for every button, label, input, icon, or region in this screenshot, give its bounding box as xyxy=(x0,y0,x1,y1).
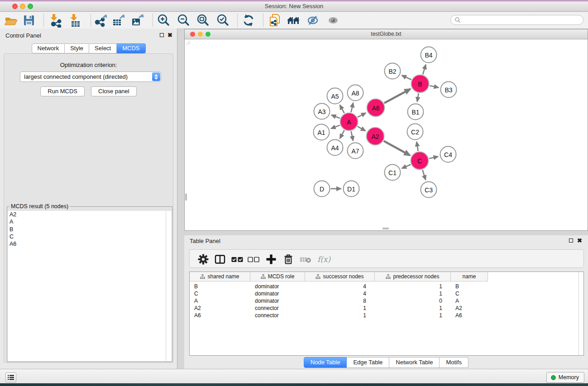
memory-button[interactable]: Memory xyxy=(546,372,584,383)
float-table-panel-icon[interactable] xyxy=(569,238,573,243)
graph-node-A4[interactable]: A4 xyxy=(327,139,344,156)
graph-node-B1[interactable]: B1 xyxy=(407,104,424,120)
graph-node-B2[interactable]: B2 xyxy=(384,63,401,80)
import-table-icon[interactable] xyxy=(68,13,82,28)
tab-motifs[interactable]: Motifs xyxy=(440,357,468,368)
function-builder-icon[interactable]: f(x) xyxy=(317,253,329,265)
column-header-predecessor-nodes[interactable]: predecessor nodes xyxy=(375,272,451,281)
add-column-plus-icon[interactable] xyxy=(265,253,277,265)
column-header-name[interactable]: name xyxy=(451,272,488,281)
canvas-vertical-scrollbar[interactable] xyxy=(185,194,187,200)
network-canvas[interactable]: B4B2BB3A8A5A6A3B1AC2A1A2A4A7C4CC1DD1C3 xyxy=(185,39,588,230)
canvas-horizontal-scrollbar[interactable] xyxy=(382,228,389,229)
graph-node-A3[interactable]: A3 xyxy=(314,103,330,120)
close-traffic-light[interactable] xyxy=(12,4,18,9)
table-row[interactable]: Cdominator41C xyxy=(190,290,583,297)
mcds-result-item[interactable]: A xyxy=(8,218,172,225)
graph-node-A6[interactable]: A6 xyxy=(367,99,385,117)
graph-node-C2[interactable]: C2 xyxy=(407,124,424,140)
graph-node-A[interactable]: A xyxy=(340,113,359,131)
table-row[interactable]: A2connector11A2 xyxy=(190,305,583,312)
show-panels-eye-icon[interactable] xyxy=(326,13,340,28)
graph-node-A2[interactable]: A2 xyxy=(366,127,385,146)
list-scrollbar[interactable] xyxy=(166,211,172,361)
graph-edge-C-C3 xyxy=(422,170,425,180)
search-box[interactable] xyxy=(450,15,583,25)
column-header-shared-name[interactable]: shared name xyxy=(190,272,250,281)
toolbar-separator xyxy=(153,14,153,27)
table-row[interactable]: Adominator80A xyxy=(190,297,583,305)
optimization-criterion-dropdown[interactable]: largest connected component (directed) xyxy=(20,71,161,82)
network-zoom-traffic-light[interactable] xyxy=(206,32,210,37)
graph-edge-C-C1 xyxy=(402,165,411,169)
tab-style[interactable]: Style xyxy=(65,43,89,53)
table-cell: 1 xyxy=(375,291,451,297)
graph-node-A5[interactable]: A5 xyxy=(327,88,344,105)
graph-node-A1[interactable]: A1 xyxy=(313,124,330,141)
graph-node-C1[interactable]: C1 xyxy=(384,164,401,181)
zoom-traffic-light[interactable] xyxy=(28,4,33,9)
float-panel-icon[interactable] xyxy=(160,33,164,37)
table-cell: 1 xyxy=(305,312,375,319)
export-table-icon[interactable] xyxy=(111,13,126,28)
graph-node-C3[interactable]: C3 xyxy=(421,181,437,198)
hide-panels-icon[interactable] xyxy=(306,13,320,28)
column-header-successor-nodes[interactable]: successor nodes xyxy=(305,272,375,281)
graph-node-C4[interactable]: C4 xyxy=(440,146,457,163)
resize-grip-icon[interactable] xyxy=(185,39,191,45)
network-close-traffic-light[interactable] xyxy=(190,32,195,37)
graph-node-B[interactable]: B xyxy=(411,75,430,93)
task-history-button[interactable] xyxy=(5,372,16,382)
graph-node-B4[interactable]: B4 xyxy=(421,47,437,63)
graph-node-A8[interactable]: A8 xyxy=(347,85,364,101)
search-input[interactable] xyxy=(461,16,583,24)
split-columns-icon[interactable] xyxy=(214,253,226,265)
graph-node-C[interactable]: C xyxy=(411,152,429,170)
import-network-icon[interactable] xyxy=(48,13,62,28)
minimize-traffic-light[interactable] xyxy=(20,4,25,9)
graph-node-B3[interactable]: B3 xyxy=(440,81,457,98)
mcds-result-item[interactable]: C xyxy=(8,233,172,240)
export-image-icon[interactable] xyxy=(130,13,145,28)
graph-node-D[interactable]: D xyxy=(314,181,330,197)
save-session-icon[interactable] xyxy=(22,13,36,28)
tab-mcds[interactable]: MCDS xyxy=(117,43,145,53)
table-row[interactable]: A6connector11A6 xyxy=(190,312,583,319)
zoom-out-icon[interactable] xyxy=(176,13,191,28)
tab-edge-table[interactable]: Edge Table xyxy=(347,357,389,368)
tab-network-table[interactable]: Network Table xyxy=(389,357,440,368)
table-scrollbar[interactable] xyxy=(578,272,583,355)
select-all-checkboxes-icon[interactable] xyxy=(231,253,243,265)
mcds-result-item[interactable]: A2 xyxy=(8,211,172,218)
open-file-icon[interactable] xyxy=(4,13,18,28)
zoom-selected-icon[interactable] xyxy=(215,13,230,28)
delete-table-icon[interactable] xyxy=(300,253,311,265)
main-toolbar xyxy=(0,12,588,29)
duplicate-network-icon[interactable] xyxy=(268,13,282,28)
delete-column-trash-icon[interactable] xyxy=(282,253,294,265)
dropdown-stepper-icon[interactable] xyxy=(152,72,160,81)
close-panel-button[interactable]: Close panel xyxy=(91,86,137,96)
run-mcds-button[interactable]: Run MCDS xyxy=(40,86,85,96)
deselect-all-checkboxes-icon[interactable] xyxy=(248,253,259,265)
zoom-fit-icon[interactable] xyxy=(196,13,210,28)
mcds-result-item[interactable]: A6 xyxy=(8,240,172,248)
column-header-mcds-role[interactable]: MCDS role xyxy=(250,272,305,281)
zoom-in-icon[interactable] xyxy=(156,13,171,28)
table-settings-gear-icon[interactable] xyxy=(197,253,209,265)
tab-node-table[interactable]: Node Table xyxy=(304,357,347,368)
mcds-result-list[interactable]: A2ABCA6 xyxy=(8,211,172,361)
tab-network[interactable]: Network xyxy=(31,43,65,53)
toolbar-separator xyxy=(43,14,44,27)
graph-node-D1[interactable]: D1 xyxy=(343,181,360,197)
tab-select[interactable]: Select xyxy=(89,43,117,53)
close-table-panel-icon[interactable]: ✖ xyxy=(577,238,582,243)
export-network-icon[interactable] xyxy=(94,13,109,28)
graph-node-A7[interactable]: A7 xyxy=(347,143,364,159)
close-panel-icon[interactable]: ✖ xyxy=(167,33,172,38)
mcds-result-item[interactable]: B xyxy=(8,226,172,233)
home-view-icon[interactable] xyxy=(286,13,301,28)
refresh-layout-icon[interactable] xyxy=(241,13,256,28)
network-minimize-traffic-light[interactable] xyxy=(198,32,203,37)
table-row[interactable]: Bdominator41B xyxy=(190,283,583,290)
